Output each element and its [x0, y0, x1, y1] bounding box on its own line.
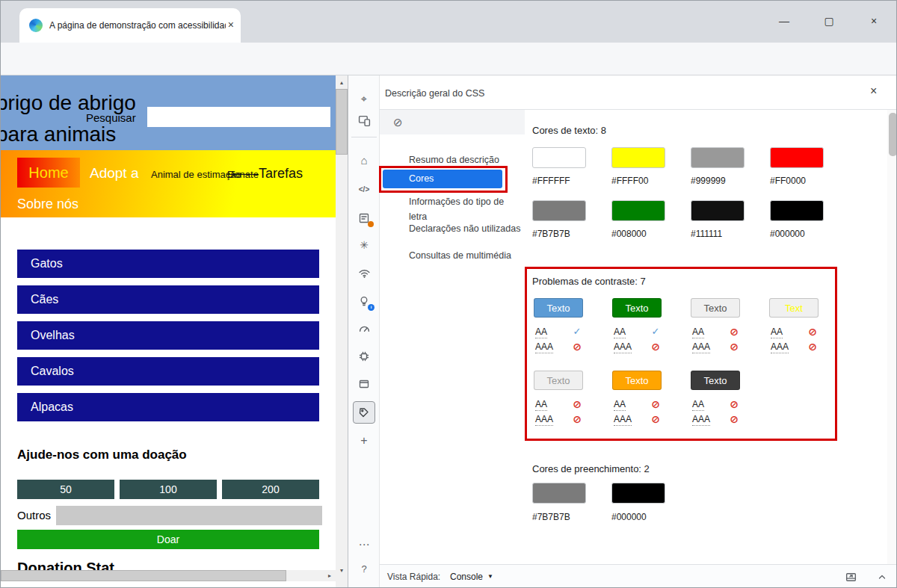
amount-button-100[interactable]: 100 [120, 480, 217, 499]
aaa-label: AAA [692, 414, 710, 426]
scroll-up-icon[interactable]: ▴ [336, 77, 348, 89]
issues-icon[interactable]: ✳ [357, 238, 372, 253]
sidebar-item-media-queries[interactable]: Consultas de multimédia [380, 248, 522, 263]
devtools-panel-title: Descrição geral do CSS [385, 88, 484, 99]
aa-verdict-icon [571, 326, 583, 338]
fill-color-swatch[interactable] [611, 483, 665, 504]
help-icon[interactable]: ? [357, 561, 372, 576]
text-color-swatch[interactable] [532, 147, 586, 168]
dock-quick-view-icon[interactable] [843, 569, 858, 584]
sidebar-item-summary[interactable]: Resumo da descrição geral [380, 152, 522, 167]
application-icon[interactable] [357, 377, 372, 392]
text-color-swatch[interactable] [611, 147, 665, 168]
category-link-cavalos[interactable]: Cavalos [17, 357, 319, 386]
vertical-scrollbar-thumb[interactable] [336, 89, 348, 155]
lighthouse-info-badge: i [368, 304, 374, 311]
contrast-sample[interactable]: Texto [612, 371, 662, 390]
contrast-sample[interactable]: Texto [691, 298, 740, 318]
home-icon[interactable]: ⌂ [357, 152, 372, 167]
aa-label: AA [535, 327, 547, 338]
collapse-quick-view-icon[interactable] [875, 569, 890, 584]
aaa-verdict-icon [650, 413, 662, 425]
add-tools-icon[interactable]: + [357, 433, 372, 448]
text-color-label: #FFFFFF [532, 176, 570, 186]
contrast-sample[interactable]: Texto [612, 298, 662, 318]
contrast-sample[interactable]: Texto [534, 371, 583, 390]
amount-button-200[interactable]: 200 [222, 480, 319, 499]
nav-item-home[interactable]: Home [17, 158, 80, 188]
sources-icon[interactable]: </> [357, 182, 372, 196]
aa-label: AA [771, 327, 783, 338]
tab-close-icon[interactable]: × [228, 19, 234, 31]
more-tools-icon[interactable]: ⋯ [357, 537, 372, 552]
aa-verdict-icon [807, 326, 819, 338]
console-icon[interactable] [357, 211, 372, 226]
aa-verdict-icon [728, 326, 740, 338]
nav-item-about[interactable]: Sobre nós [17, 196, 78, 212]
devtools-panel: ⌖ ⌂ </> ✳ i [348, 75, 897, 588]
browser-toolbar: ← https://microsoftedge.github.io/Demos/… [1, 43, 897, 75]
contrast-sample[interactable]: Text [769, 298, 819, 318]
text-color-swatch[interactable] [691, 200, 745, 221]
nav-item-tasks[interactable]: Tarefas [259, 166, 303, 182]
performance-icon[interactable] [357, 321, 372, 335]
close-button[interactable]: × [857, 8, 891, 34]
aa-label: AA [614, 399, 626, 411]
sidebar-item-unused-declarations[interactable]: Declarações não utilizadas [380, 221, 522, 236]
browser-window: A página de demonstração com acessibilid… [0, 0, 897, 588]
css-overview-icon[interactable] [357, 405, 372, 420]
contrast-sample[interactable]: Texto [534, 298, 583, 318]
inspect-icon[interactable]: ⌖ [357, 91, 372, 106]
fill-colors-heading: Cores de preenchimento: 2 [532, 463, 650, 474]
network-icon[interactable] [357, 265, 372, 280]
amount-button-50[interactable]: 50 [17, 480, 114, 499]
cpu-icon[interactable] [357, 349, 372, 364]
horizontal-scrollbar[interactable]: ▸ [1, 570, 336, 581]
search-label: Pesquisar [86, 111, 136, 124]
horizontal-scrollbar-thumb[interactable] [1, 570, 286, 581]
category-link-ovelhas[interactable]: Ovelhas [17, 321, 319, 350]
other-amount-input[interactable] [56, 506, 322, 525]
minimize-button[interactable]: — [767, 8, 801, 34]
fill-color-swatch[interactable] [532, 483, 586, 504]
aa-verdict-icon [650, 326, 662, 338]
sidebar-item-font-info[interactable]: Informações do tipo de letra [380, 194, 522, 209]
console-dropdown-caret-icon[interactable]: ▼ [487, 573, 493, 580]
text-color-swatch[interactable] [691, 147, 745, 168]
vertical-scrollbar[interactable]: ▴ ▾ [336, 75, 348, 588]
scroll-right-icon[interactable]: ▸ [324, 570, 336, 581]
category-link-alpacas[interactable]: Alpacas [17, 393, 319, 421]
css-overview-sidebar-toolbar: ⊘ [380, 110, 525, 134]
lighthouse-icon[interactable]: i [357, 294, 372, 309]
nav-item-donate[interactable]: Donate [227, 169, 259, 180]
nav-item-adopt[interactable]: Adopt a [90, 165, 139, 182]
aa-verdict-icon [650, 398, 662, 410]
devtools-activity-bar: ⌖ ⌂ </> ✳ i [348, 75, 380, 588]
text-color-label: #008000 [611, 229, 647, 239]
aa-verdict-icon [728, 398, 740, 410]
text-color-label: #FF0000 [770, 176, 806, 186]
devtools-content-scrollbar[interactable] [887, 110, 897, 564]
text-color-swatch[interactable] [770, 147, 824, 168]
title-bar: A página de demonstração com acessibilid… [1, 1, 897, 43]
text-colors-heading: Cores de texto: 8 [532, 125, 606, 136]
contrast-item: Texto AA AAA [612, 298, 687, 361]
devtools-close-icon[interactable]: × [870, 84, 877, 98]
category-link-caes[interactable]: Cães [17, 285, 319, 314]
clear-overview-icon[interactable]: ⊘ [393, 116, 403, 129]
text-color-swatch[interactable] [770, 200, 824, 221]
quick-view-label: Vista Rápida: [387, 572, 440, 582]
browser-tab[interactable]: A página de demonstração com acessibilid… [19, 8, 241, 43]
contrast-sample[interactable]: Texto [691, 371, 740, 390]
console-dropdown[interactable]: Console [450, 572, 483, 582]
maximize-button[interactable]: ▢ [812, 8, 846, 34]
category-link-gatos[interactable]: Gatos [17, 250, 319, 278]
search-input[interactable] [147, 107, 330, 127]
devtools-content-scrollbar-thumb[interactable] [889, 113, 897, 156]
scroll-down-icon[interactable]: ▾ [336, 565, 348, 577]
fill-color-label: #000000 [611, 512, 647, 522]
text-color-swatch[interactable] [611, 200, 665, 221]
text-color-swatch[interactable] [532, 200, 586, 221]
device-emulation-icon[interactable] [357, 113, 372, 128]
donate-button[interactable]: Doar [17, 530, 319, 549]
